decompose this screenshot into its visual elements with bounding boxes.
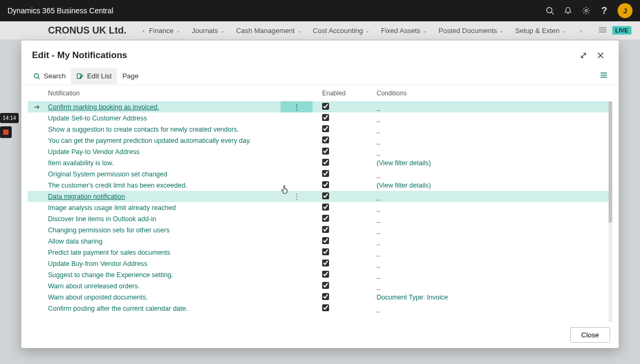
enabled-checkbox[interactable] [322,148,329,155]
condition-cell: _ [377,148,380,156]
notification-link[interactable]: Allow data sharing [48,238,102,245]
table-row[interactable]: Confirm marking booking as invoiced.⋮_ [28,101,612,112]
condition-cell: _ [377,227,380,234]
enabled-checkbox[interactable] [322,226,329,233]
notification-link[interactable]: Warn about unreleased orders. [48,282,140,290]
notification-link[interactable]: The customer's credit limit has been exc… [48,182,187,189]
row-actions-icon[interactable]: ⋮ [281,192,313,200]
condition-cell: _ [377,238,380,245]
enabled-checkbox[interactable] [322,170,329,177]
gear-icon[interactable] [577,0,595,21]
enabled-checkbox[interactable] [322,181,329,188]
enabled-checkbox[interactable] [322,125,329,132]
enabled-checkbox[interactable] [322,215,329,222]
table-row[interactable]: Image analysis usage limit already reach… [28,202,612,213]
bell-icon[interactable] [559,0,577,21]
enabled-checkbox[interactable] [322,271,329,278]
enabled-checkbox[interactable] [322,159,329,166]
help-icon[interactable]: ? [595,0,613,21]
table-row[interactable]: Warn about unposted documents.⋮Document … [28,292,612,303]
table-row[interactable]: The customer's credit limit has been exc… [28,180,612,191]
notification-link[interactable]: Image analysis usage limit already reach… [48,204,176,212]
row-actions-icon[interactable]: ⋮ [281,101,313,112]
condition-cell: _ [377,103,380,111]
condition-cell: _ [377,282,380,290]
notification-link[interactable]: You can get the payment prediction updat… [48,137,251,144]
table-row[interactable]: Confirm posting after the current calend… [28,303,612,314]
condition-cell[interactable]: (View filter details) [377,182,431,189]
modal-edit-notifications: Edit - My Notifications Search Edit List… [21,41,619,348]
notification-link[interactable]: Confirm posting after the current calend… [48,305,188,312]
svg-point-2 [585,10,587,12]
table-row[interactable]: Data migration notification⋮_ [28,191,612,202]
enabled-checkbox[interactable] [322,304,329,311]
avatar[interactable]: J [618,3,633,18]
row-indicator [28,103,46,111]
table-row[interactable]: Warn about unreleased orders.⋮_ [28,280,612,292]
notification-link[interactable]: Data migration notification [48,193,125,200]
table-row[interactable]: Changing permission sets for other users… [28,224,612,236]
enabled-checkbox[interactable] [322,204,329,211]
table-row[interactable]: Original System permission set changed⋮_ [28,168,612,180]
enabled-checkbox[interactable] [322,260,329,266]
table-row[interactable]: Suggest to change the Experience setting… [28,269,612,280]
enabled-checkbox[interactable] [322,192,329,199]
notification-link[interactable]: Item availability is low. [48,159,114,167]
notification-link[interactable]: Predict late payment for sales documents [48,249,170,256]
condition-cell: _ [377,249,380,256]
grid-header: Notification Enabled Conditions [28,85,612,101]
notification-link[interactable]: Confirm marking booking as invoiced. [48,103,159,111]
condition-cell[interactable]: (View filter details) [377,159,431,167]
condition-cell: _ [377,260,380,268]
notification-link[interactable]: Update Sell-to Customer Address [48,115,147,122]
table-row[interactable]: Item availability is low.⋮(View filter d… [28,157,612,168]
table-row[interactable]: Show a suggestion to create contacts for… [28,124,612,135]
list-view-icon[interactable] [595,71,612,81]
close-icon[interactable] [593,48,608,63]
enabled-checkbox[interactable] [322,293,329,300]
edit-list-button[interactable]: Edit List [71,68,117,84]
condition-cell: _ [377,305,380,312]
enabled-checkbox[interactable] [322,282,329,289]
app-title: Dynamics 365 Business Central [7,6,113,15]
col-header-notification[interactable]: Notification [46,90,281,97]
enabled-checkbox[interactable] [322,114,329,121]
table-row[interactable]: Update Sell-to Customer Address⋮_ [28,112,612,124]
notification-link[interactable]: Discover line items in Outlook add-in [48,215,156,223]
page-label: Page [122,72,138,80]
table-row[interactable]: Update Pay-to Vendor Address⋮_ [28,146,612,157]
svg-point-0 [547,7,552,13]
condition-cell[interactable]: Document Type: Invoice [377,294,448,301]
table-row[interactable]: Update Buy-from Vendor Address⋮_ [28,258,612,269]
search-icon[interactable] [541,0,559,21]
condition-cell: _ [377,204,380,212]
enabled-checkbox[interactable] [322,248,329,255]
close-button[interactable]: Close [570,327,610,343]
col-header-enabled[interactable]: Enabled [313,90,361,97]
notification-link[interactable]: Update Buy-from Vendor Address [48,260,147,268]
condition-cell: _ [377,171,380,178]
notification-link[interactable]: Suggest to change the Experience setting… [48,271,173,279]
notification-link[interactable]: Update Pay-to Vendor Address [48,148,140,156]
table-row[interactable]: You can get the payment prediction updat… [28,135,612,146]
svg-point-8 [34,74,38,78]
notifications-grid: Notification Enabled Conditions Confirm … [21,85,619,322]
notification-link[interactable]: Show a suggestion to create contacts for… [48,126,239,133]
table-row[interactable]: Allow data sharing⋮_ [28,236,612,247]
condition-cell: _ [377,193,380,200]
col-header-conditions[interactable]: Conditions [361,90,612,97]
notification-link[interactable]: Changing permission sets for other users [48,227,170,234]
table-row[interactable]: Discover line items in Outlook add-in⋮_ [28,213,612,224]
table-row[interactable]: Predict late payment for sales documents… [28,247,612,258]
enabled-checkbox[interactable] [322,103,329,110]
enabled-checkbox[interactable] [322,136,329,143]
enabled-checkbox[interactable] [322,237,329,244]
notification-link[interactable]: Original System permission set changed [48,171,167,178]
scrollbar[interactable] [609,101,612,322]
notification-link[interactable]: Warn about unposted documents. [48,294,148,301]
condition-cell: _ [377,115,380,122]
search-button[interactable]: Search [28,68,71,84]
page-button[interactable]: Page [117,68,143,84]
condition-cell: _ [377,126,380,133]
restore-window-icon[interactable] [576,48,591,63]
